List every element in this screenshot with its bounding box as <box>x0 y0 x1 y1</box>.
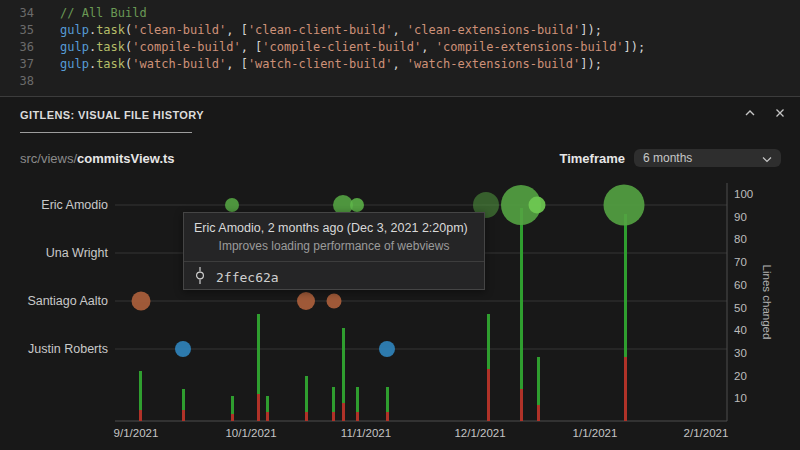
y-axis-title: Lines changed <box>761 265 773 340</box>
code-line[interactable]: 35gulp.task('clean-build', ['clean-clien… <box>0 22 800 39</box>
line-number: 35 <box>0 22 34 39</box>
line-number: 37 <box>0 56 34 73</box>
additions-bar[interactable] <box>182 389 185 409</box>
y-tick-label: 20 <box>734 370 747 382</box>
commit-bubble[interactable] <box>529 197 546 214</box>
code-text: // All Build <box>60 6 147 20</box>
code-text: gulp.task('compile-build', ['compile-cli… <box>60 40 645 54</box>
y-tick-label: 100 <box>734 188 753 200</box>
additions-bar[interactable] <box>624 214 627 357</box>
commit-bubble[interactable] <box>225 198 239 212</box>
line-number: 34 <box>0 5 34 22</box>
additions-bar[interactable] <box>342 328 345 403</box>
y-tick-label: 40 <box>734 324 747 336</box>
tooltip-commit-row[interactable]: 2ffec62a <box>184 262 484 293</box>
panel-header: GITLENS: VISUAL FILE HISTORY <box>0 97 800 143</box>
code-line[interactable]: 36gulp.task('compile-build', ['compile-c… <box>0 39 800 56</box>
deletions-bar[interactable] <box>305 412 308 421</box>
panel-title-active-indicator <box>20 132 192 133</box>
additions-bar[interactable] <box>332 387 335 412</box>
code-text: gulp.task('clean-build', ['clean-client-… <box>60 23 602 37</box>
tooltip-commit-message: Improves loading performance of webviews <box>184 239 484 253</box>
commit-bubble[interactable] <box>132 292 151 311</box>
y-tick-label: 30 <box>734 347 747 359</box>
y-tick-label: 10 <box>734 392 747 404</box>
deletions-bar[interactable] <box>342 403 345 421</box>
panel-title: GITLENS: VISUAL FILE HISTORY <box>20 109 204 121</box>
deletions-bar[interactable] <box>537 405 540 421</box>
commit-bubble[interactable] <box>379 341 395 357</box>
commit-bubble[interactable] <box>604 185 645 226</box>
timeframe-selected-value: 6 months <box>643 151 692 165</box>
deletions-bar[interactable] <box>266 412 269 421</box>
x-tick-label: 9/1/2021 <box>114 427 159 439</box>
commit-bubble[interactable] <box>327 294 342 309</box>
x-tick-label: 1/1/2021 <box>573 427 618 439</box>
breadcrumb-filename[interactable]: commitsView.ts <box>77 151 175 166</box>
additions-bar[interactable] <box>305 376 308 412</box>
timeframe-control: Timeframe 6 months <box>559 149 781 167</box>
author-label: Justin Roberts <box>28 342 108 356</box>
deletions-bar[interactable] <box>520 389 523 421</box>
additions-bar[interactable] <box>487 314 490 368</box>
deletions-bar[interactable] <box>332 412 335 421</box>
commit-tooltip: Eric Amodio, 2 months ago (Dec 3, 2021 2… <box>183 212 485 290</box>
code-line[interactable]: 37gulp.task('watch-build', ['watch-clien… <box>0 56 800 73</box>
deletions-bar[interactable] <box>257 394 260 421</box>
code-line[interactable]: 34// All Build <box>0 5 800 22</box>
commit-bubble[interactable] <box>297 292 315 310</box>
deletions-bar[interactable] <box>624 357 627 421</box>
chevron-down-icon <box>762 149 772 167</box>
y-tick-label: 60 <box>734 279 747 291</box>
code-text: gulp.task('watch-build', ['watch-client-… <box>60 57 602 71</box>
commit-icon <box>194 267 206 288</box>
author-label: Eric Amodio <box>41 198 108 212</box>
additions-bar[interactable] <box>231 396 234 414</box>
deletions-bar[interactable] <box>182 410 185 421</box>
y-tick-label: 70 <box>734 256 747 268</box>
code-editor[interactable]: 34// All Build35gulp.task('clean-build',… <box>0 0 800 96</box>
deletions-bar[interactable] <box>487 369 490 421</box>
additions-bar[interactable] <box>537 357 540 405</box>
breadcrumb[interactable]: src/views/commitsView.ts <box>20 151 175 166</box>
x-tick-label: 2/1/2021 <box>684 427 729 439</box>
additions-bar[interactable] <box>386 387 389 412</box>
additions-bar[interactable] <box>139 371 142 410</box>
chevron-up-icon[interactable] <box>742 105 758 121</box>
additions-bar[interactable] <box>266 396 269 412</box>
line-number: 38 <box>0 73 34 90</box>
commit-bubble[interactable] <box>175 341 191 357</box>
additions-bar[interactable] <box>257 314 260 393</box>
deletions-bar[interactable] <box>231 414 234 421</box>
deletions-bar[interactable] <box>386 412 389 421</box>
x-tick-label: 12/1/2021 <box>454 427 505 439</box>
tooltip-commit-author-date: Eric Amodio, 2 months ago (Dec 3, 2021 2… <box>194 221 474 235</box>
timeframe-label: Timeframe <box>559 151 625 166</box>
y-tick-label: 90 <box>734 211 747 223</box>
commit-bubble[interactable] <box>350 198 364 212</box>
author-label: Santiago Aalto <box>27 294 108 308</box>
additions-bar[interactable] <box>520 208 523 390</box>
deletions-bar[interactable] <box>139 410 142 421</box>
y-tick-label: 50 <box>734 302 747 314</box>
deletions-bar[interactable] <box>356 412 359 421</box>
code-line[interactable]: 38 <box>0 73 800 90</box>
close-icon[interactable] <box>772 105 788 121</box>
additions-bar[interactable] <box>356 387 359 412</box>
author-label: Una Wright <box>46 246 109 260</box>
x-tick-label: 10/1/2021 <box>225 427 276 439</box>
timeframe-select[interactable]: 6 months <box>634 149 781 167</box>
line-number: 36 <box>0 39 34 56</box>
x-tick-label: 11/1/2021 <box>341 427 391 439</box>
commit-hash: 2ffec62a <box>216 270 279 285</box>
y-tick-label: 80 <box>734 233 747 245</box>
breadcrumb-path[interactable]: src/views/ <box>20 151 77 166</box>
